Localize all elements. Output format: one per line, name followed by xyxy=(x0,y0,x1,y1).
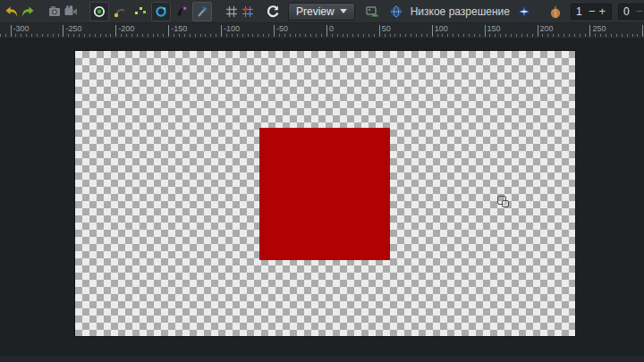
ellipse-tool-button[interactable] xyxy=(151,2,171,21)
ruler-minor-tick xyxy=(37,34,38,37)
ruler-minor-tick xyxy=(469,34,470,37)
ruler-minor-tick xyxy=(569,34,570,37)
ruler-minor-tick xyxy=(343,34,343,37)
ruler-minor-tick xyxy=(31,34,32,37)
ruler-major-tick xyxy=(11,25,12,37)
ruler-minor-tick xyxy=(337,34,338,37)
undo-icon xyxy=(4,4,19,19)
ruler-minor-tick xyxy=(100,34,101,37)
ruler-minor-tick xyxy=(305,34,306,37)
preview-dropdown[interactable]: Preview xyxy=(288,3,355,21)
onion-frames-before-spinner[interactable]: 1 − + xyxy=(571,4,612,20)
ruler-minor-tick xyxy=(553,34,554,37)
export-frame-button[interactable] xyxy=(364,2,380,21)
reload-document-button[interactable] xyxy=(265,2,281,21)
ruler-major-tick xyxy=(63,25,64,37)
ruler-major-tick xyxy=(274,25,275,37)
document-environment-button[interactable] xyxy=(389,2,403,21)
ruler-minor-tick xyxy=(190,34,191,37)
increment-button[interactable]: + xyxy=(597,5,608,17)
ruler-major-tick xyxy=(538,25,538,37)
ruler-minor-tick xyxy=(95,34,96,37)
ruler-minor-tick xyxy=(121,34,122,37)
ruler-minor-tick xyxy=(200,34,201,37)
ruler-minor-tick xyxy=(580,34,580,37)
ruler-minor-tick xyxy=(516,34,517,37)
record-keyframes-toggle[interactable] xyxy=(89,2,109,21)
ruler-minor-tick xyxy=(295,34,296,37)
ruler-minor-tick xyxy=(521,34,522,37)
grid-toggle-button[interactable] xyxy=(224,2,240,21)
ruler-minor-tick xyxy=(137,34,138,37)
status-bar xyxy=(0,355,644,362)
ruler-major-tick xyxy=(168,25,169,37)
ruler-minor-tick xyxy=(42,34,43,37)
ruler-major-tick xyxy=(589,25,590,37)
ruler-minor-tick xyxy=(131,34,132,37)
ruler-major-tick xyxy=(432,25,433,37)
onion-skin-toggle[interactable] xyxy=(547,2,564,21)
ruler-minor-tick xyxy=(558,34,559,37)
freehand-tool-button[interactable] xyxy=(172,2,191,21)
ruler-minor-tick xyxy=(437,34,438,37)
onion-icon xyxy=(548,4,563,19)
ruler-minor-tick xyxy=(73,34,74,37)
ruler-minor-tick xyxy=(153,34,154,37)
ruler-minor-tick xyxy=(511,34,512,37)
bezier-icon xyxy=(113,4,127,19)
ruler-minor-tick xyxy=(84,34,85,37)
snap-grid-button[interactable] xyxy=(240,2,256,21)
ruler-minor-tick xyxy=(300,34,301,37)
ruler-minor-tick xyxy=(632,34,633,37)
ruler-minor-tick xyxy=(47,34,48,37)
nodes-icon xyxy=(133,4,148,19)
ruler-minor-tick xyxy=(5,34,6,37)
canvas-viewport[interactable] xyxy=(0,39,644,355)
ruler-minor-tick xyxy=(358,34,359,37)
ruler-minor-tick xyxy=(416,34,417,37)
horizontal-ruler[interactable]: -300-250-200-150-100-5005010015020025030… xyxy=(0,23,644,39)
duplicate-cursor-icon xyxy=(496,194,513,214)
bezier-tool-button[interactable] xyxy=(110,2,130,21)
ruler-tick-label: 0 xyxy=(329,24,334,33)
node-edit-tool-button[interactable] xyxy=(131,2,150,21)
render-video-button[interactable] xyxy=(63,2,79,21)
toolbar: Preview Низкое разрешение xyxy=(0,0,644,23)
ruler-minor-tick xyxy=(400,34,401,37)
ruler-minor-tick xyxy=(495,34,496,37)
ruler-minor-tick xyxy=(427,34,428,37)
select-tool-button[interactable] xyxy=(192,2,212,21)
ruler-minor-tick xyxy=(210,34,211,37)
ruler-minor-tick xyxy=(463,34,464,37)
ruler-minor-tick xyxy=(453,34,453,37)
red-rectangle-shape[interactable] xyxy=(259,128,390,260)
export-image-icon xyxy=(365,4,379,19)
ruler-minor-tick xyxy=(316,34,317,37)
ruler-tick-label: -250 xyxy=(65,24,81,33)
ruler-minor-tick xyxy=(385,34,386,37)
ruler-tick-label: -150 xyxy=(171,24,187,33)
decrement-button[interactable]: − xyxy=(587,5,597,17)
render-settings-button[interactable] xyxy=(517,2,531,21)
onion-frames-after-spinner[interactable]: 0 − + xyxy=(618,4,644,20)
ruler-minor-tick xyxy=(595,34,596,37)
ruler-minor-tick xyxy=(53,34,54,37)
ruler-minor-tick xyxy=(184,34,185,37)
render-frame-button[interactable] xyxy=(47,2,63,21)
ruler-minor-tick xyxy=(126,34,127,37)
camera-icon xyxy=(47,4,62,19)
redo-icon xyxy=(21,4,35,19)
composition-canvas[interactable] xyxy=(75,51,575,336)
ruler-minor-tick xyxy=(505,34,506,37)
ruler-minor-tick xyxy=(332,34,333,37)
ruler-minor-tick xyxy=(148,34,148,37)
ruler-minor-tick xyxy=(179,34,180,37)
ruler-minor-tick xyxy=(226,34,227,37)
select-arrow-icon xyxy=(195,4,209,19)
redo-button[interactable] xyxy=(20,2,36,21)
decrement-button[interactable]: − xyxy=(634,5,644,17)
snap-grid-icon xyxy=(241,4,255,19)
ruler-minor-tick xyxy=(263,34,264,37)
ruler-minor-tick xyxy=(106,34,106,37)
undo-button[interactable] xyxy=(4,2,20,21)
